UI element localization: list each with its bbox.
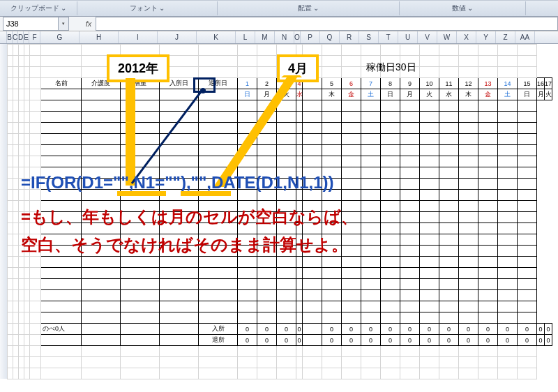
insert-function-button[interactable]: fx <box>82 20 96 28</box>
connector-line <box>130 87 207 185</box>
annotation-formula: =IF(OR(D1="",N1=""),"",DATE(D1,N1,1)) <box>21 173 334 193</box>
svg-marker-1 <box>281 75 302 77</box>
dialog-launcher-icon[interactable]: ⌄ <box>159 4 165 12</box>
ribbon-group-clipboard: クリップボード ⌄ <box>0 1 77 15</box>
worksheet-area[interactable]: 名前介護度層重入所日退所日1234567891011121314151617日月… <box>0 44 558 379</box>
name-box[interactable]: J38 <box>3 17 59 31</box>
name-box-dropdown[interactable]: ▾ <box>59 17 69 31</box>
underline-d1 <box>117 191 166 196</box>
annotation-jp-line2: 空白、そうでなければそのまま計算せよ。 <box>21 234 348 256</box>
formula-bar-row: J38 ▾ fx <box>0 17 558 31</box>
connector-endpoint-icon <box>200 88 206 93</box>
dialog-launcher-icon[interactable]: ⌄ <box>467 4 473 12</box>
column-headers[interactable]: B C D E F G H I J K L M N O P Q R S T U … <box>0 31 558 44</box>
callout-year: 2012年 <box>107 54 169 82</box>
ribbon-group-font: フォント ⌄ <box>77 1 218 15</box>
workdays-label: 稼働日30日 <box>366 61 416 74</box>
ribbon-group-alignment: 配置 ⌄ <box>218 1 400 15</box>
dialog-launcher-icon[interactable]: ⌄ <box>61 4 66 12</box>
dialog-launcher-icon[interactable]: ⌄ <box>313 4 319 12</box>
svg-line-2 <box>132 90 202 183</box>
formula-bar-input[interactable] <box>96 17 558 31</box>
ribbon-group-number: 数値 ⌄ <box>400 1 526 15</box>
svg-marker-0 <box>213 75 299 187</box>
annotation-jp-line1: =もし、年もしくは月のセルが空白ならば、 <box>21 206 358 228</box>
underline-n1 <box>181 191 231 196</box>
highlight-arrow-month <box>204 75 316 187</box>
ribbon-group-labels: クリップボード ⌄ フォント ⌄ 配置 ⌄ 数値 ⌄ <box>0 0 558 17</box>
